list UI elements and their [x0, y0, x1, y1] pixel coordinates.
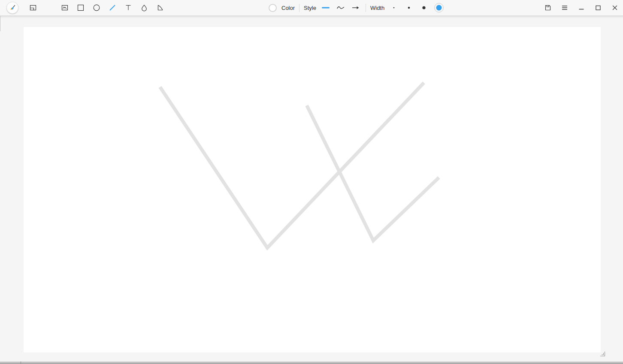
- droplet-icon: [140, 4, 148, 12]
- bottom-edge-divider: [21, 361, 21, 364]
- arc-shape-icon: [156, 4, 164, 12]
- minimize-icon: [578, 4, 585, 12]
- maximize-button[interactable]: [593, 2, 604, 13]
- image-icon: [61, 4, 69, 12]
- save-button[interactable]: [542, 2, 553, 13]
- width-option-1[interactable]: [388, 2, 399, 13]
- width-option-3[interactable]: [418, 2, 429, 13]
- tool-group: [6, 0, 170, 15]
- arrow-icon: [351, 3, 360, 12]
- curve-icon: [336, 3, 345, 12]
- minimize-button[interactable]: [576, 2, 587, 13]
- menu-button[interactable]: [559, 2, 570, 13]
- window-bottom-edge[interactable]: [0, 361, 623, 364]
- dot-small-icon: [404, 3, 414, 12]
- canvas-crop-icon: [29, 4, 37, 12]
- headerbar: Color Style: [0, 0, 623, 16]
- dot-medium-icon: [419, 3, 429, 12]
- separator: [299, 4, 299, 12]
- maximize-icon: [594, 4, 602, 12]
- options-group: Color Style: [269, 0, 445, 15]
- drawn-line: [160, 83, 424, 248]
- selected-ring: [434, 3, 444, 12]
- save-icon: [544, 4, 552, 12]
- insert-image-button[interactable]: [59, 2, 70, 13]
- text-icon: [124, 4, 132, 12]
- width-option-2[interactable]: [403, 2, 414, 13]
- color-label: Color: [281, 5, 295, 11]
- droplet-tool-button[interactable]: [139, 2, 150, 13]
- canvas-crop-button[interactable]: [27, 2, 39, 13]
- drawing-canvas[interactable]: [24, 27, 601, 352]
- line-tool-button[interactable]: [107, 2, 118, 13]
- window-controls: [537, 0, 620, 15]
- style-option-straight-line[interactable]: [320, 2, 331, 13]
- rectangle-icon: [77, 4, 85, 12]
- workspace: [0, 16, 623, 364]
- shape-tool-button[interactable]: [154, 2, 166, 13]
- paintbrush-icon: [9, 4, 16, 12]
- dot-large-icon: [435, 4, 442, 11]
- drawn-line: [307, 105, 439, 241]
- canvas-drawing-layer: [24, 27, 601, 352]
- separator: [366, 4, 366, 12]
- circle-icon: [93, 4, 100, 12]
- hamburger-menu-icon: [561, 4, 569, 12]
- window-edge: [0, 16, 0, 31]
- line-icon: [109, 4, 116, 12]
- style-option-arrow[interactable]: [350, 2, 361, 13]
- style-option-curve[interactable]: [335, 2, 346, 13]
- width-option-4-selected[interactable]: [433, 2, 445, 13]
- close-button[interactable]: [609, 2, 620, 13]
- width-label: Width: [370, 5, 384, 11]
- app-menu-button[interactable]: [6, 2, 18, 14]
- dot-tiny-icon: [389, 3, 399, 12]
- straight-line-icon: [321, 3, 330, 12]
- rectangle-tool-button[interactable]: [75, 2, 86, 13]
- text-tool-button[interactable]: [123, 2, 134, 13]
- ellipse-tool-button[interactable]: [91, 2, 102, 13]
- close-icon: [611, 4, 619, 12]
- drawing-app-window: Color Style: [0, 0, 623, 364]
- canvas-resize-grip[interactable]: [599, 350, 607, 358]
- color-swatch-button[interactable]: [269, 4, 277, 12]
- style-label: Style: [304, 5, 316, 11]
